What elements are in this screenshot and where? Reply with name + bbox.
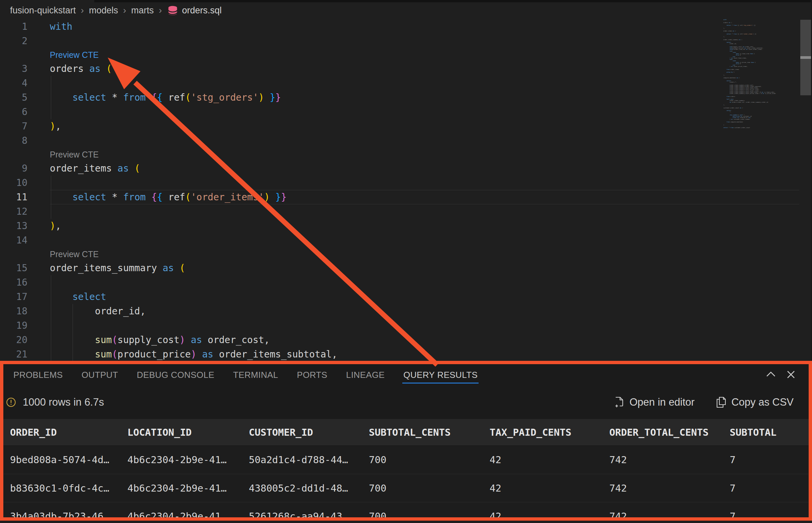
close-panel-button[interactable] xyxy=(785,369,797,380)
breadcrumb: fusion-quickstart › models › marts › ord… xyxy=(0,2,812,18)
code-line-8[interactable]: 8 xyxy=(0,133,812,148)
window-top-edge xyxy=(94,0,812,2)
scrollbar-cursor-marker xyxy=(800,56,811,59)
line-number: 15 xyxy=(0,261,28,275)
tab-problems[interactable]: PROBLEMS xyxy=(13,364,63,385)
column-header-tax_paid_cents[interactable]: TAX_PAID_CENTS xyxy=(490,427,609,438)
tab-debug-console[interactable]: DEBUG CONSOLE xyxy=(137,364,214,385)
table-cell: 7 xyxy=(730,454,809,466)
column-header-customer_id[interactable]: CUSTOMER_ID xyxy=(249,427,369,438)
table-cell: 50a2d1c4-d788-44… xyxy=(249,454,369,466)
code-line-11[interactable]: 11 select * from {{ ref('order_items') }… xyxy=(0,190,812,204)
code-lens-preview-cte[interactable]: Preview CTE xyxy=(0,248,812,261)
results-status-bar: 1000 rows in 6.7s Open in editor xyxy=(3,385,809,419)
code-line-14[interactable]: 14 xyxy=(0,233,812,248)
line-number: 17 xyxy=(0,290,28,304)
code-line-20[interactable]: 20 sum(supply_cost) as order_cost, xyxy=(0,333,812,347)
line-number: 2 xyxy=(0,34,28,48)
close-icon xyxy=(787,370,795,379)
column-header-subtotal_cents[interactable]: SUBTOTAL_CENTS xyxy=(369,427,490,438)
line-number: 10 xyxy=(0,176,28,190)
line-number: 9 xyxy=(0,161,28,176)
tab-query-results[interactable]: QUERY RESULTS xyxy=(403,364,477,385)
line-number: 5 xyxy=(0,90,28,105)
database-icon xyxy=(167,5,178,16)
code-line-3[interactable]: 3orders as ( xyxy=(0,61,812,76)
table-cell: 7 xyxy=(730,483,809,494)
copy-icon xyxy=(716,397,726,408)
code-line-1[interactable]: 1with xyxy=(0,19,812,34)
code-line-21[interactable]: 21 sum(product_price) as order_items_sub… xyxy=(0,347,812,361)
table-cell: 742 xyxy=(609,454,730,466)
code-line-6[interactable]: 6 xyxy=(0,105,812,119)
code-line-17[interactable]: 17 select xyxy=(0,290,812,304)
table-row[interactable]: 9bed808a-5074-4d…4b6c2304-2b9e-41…50a2d1… xyxy=(3,446,809,474)
table-cell: 4b6c2304-2b9e-41… xyxy=(127,483,249,494)
file-plus-icon xyxy=(614,397,624,408)
scrollbar-thumb[interactable] xyxy=(800,20,811,95)
table-cell: b83630c1-0fdc-4c… xyxy=(10,483,127,494)
column-header-subtotal[interactable]: SUBTOTAL xyxy=(730,427,809,438)
copy-as-csv-button[interactable]: Copy as CSV xyxy=(716,396,794,408)
chevron-right-icon: › xyxy=(123,5,126,16)
column-header-order_id[interactable]: ORDER_ID xyxy=(10,427,127,438)
table-cell: 700 xyxy=(369,454,490,466)
code-line-18[interactable]: 18 order_id, xyxy=(0,304,812,318)
code-line-7[interactable]: 7), xyxy=(0,119,812,133)
code-lens-preview-cte[interactable]: Preview CTE xyxy=(0,48,812,61)
maximize-panel-button[interactable] xyxy=(765,369,777,380)
chevron-right-icon: › xyxy=(81,5,84,16)
line-number: 7 xyxy=(0,119,28,133)
open-in-editor-button[interactable]: Open in editor xyxy=(614,396,694,408)
table-row[interactable]: 3b4a03db-7b23-464b6c2304-2b9e-415261268c… xyxy=(3,502,809,521)
line-number: 8 xyxy=(0,133,28,148)
tab-lineage[interactable]: LINEAGE xyxy=(346,364,385,385)
code-line-5[interactable]: 5 select * from {{ ref('stg_orders') }} xyxy=(0,90,812,105)
breadcrumb-file[interactable]: orders.sql xyxy=(182,5,222,16)
table-cell: 42 xyxy=(490,511,609,521)
table-cell: 7 xyxy=(730,511,809,521)
column-header-order_total_cents[interactable]: ORDER_TOTAL_CENTS xyxy=(609,427,730,438)
code-line-10[interactable]: 10 xyxy=(0,176,812,190)
line-number: 18 xyxy=(0,304,28,318)
results-table-body: 9bed808a-5074-4d…4b6c2304-2b9e-41…50a2d1… xyxy=(3,446,809,521)
code-line-9[interactable]: 9order_items as ( xyxy=(0,161,812,176)
line-number: 21 xyxy=(0,347,28,361)
warning-icon xyxy=(6,397,16,407)
line-number: 3 xyxy=(0,61,28,76)
line-number: 12 xyxy=(0,204,28,219)
table-cell: 742 xyxy=(609,483,730,494)
app-window: fusion-quickstart › models › marts › ord… xyxy=(0,0,812,523)
line-number: 19 xyxy=(0,318,28,333)
table-row[interactable]: b83630c1-0fdc-4c…4b6c2304-2b9e-41…438005… xyxy=(3,474,809,502)
tab-output[interactable]: OUTPUT xyxy=(82,364,118,385)
code-line-4[interactable]: 4 xyxy=(0,76,812,90)
line-number: 4 xyxy=(0,76,28,90)
line-number: 13 xyxy=(0,219,28,233)
code-line-13[interactable]: 13), xyxy=(0,219,812,233)
table-cell: 4b6c2304-2b9e-41 xyxy=(127,511,249,521)
query-results-panel: PROBLEMSOUTPUTDEBUG CONSOLETERMINALPORTS… xyxy=(0,361,812,521)
line-number: 20 xyxy=(0,333,28,347)
code-line-2[interactable]: 2 xyxy=(0,34,812,48)
breadcrumb-models[interactable]: models xyxy=(89,5,118,16)
code-editor[interactable]: 1with2Preview CTE3orders as (45 select *… xyxy=(0,19,812,361)
line-number: 16 xyxy=(0,275,28,290)
breadcrumb-project[interactable]: fusion-quickstart xyxy=(10,5,76,16)
code-line-16[interactable]: 16 xyxy=(0,275,812,290)
line-number: 14 xyxy=(0,233,28,248)
table-cell: 3b4a03db-7b23-46 xyxy=(10,511,127,521)
code-line-15[interactable]: 15order_items_summary as ( xyxy=(0,261,812,275)
code-line-12[interactable]: 12 xyxy=(0,204,812,219)
table-cell: 9bed808a-5074-4d… xyxy=(10,454,127,466)
breadcrumb-marts[interactable]: marts xyxy=(131,5,154,16)
code-line-19[interactable]: 19 xyxy=(0,318,812,333)
tab-ports[interactable]: PORTS xyxy=(297,364,327,385)
table-cell: 742 xyxy=(609,511,730,521)
column-header-location_id[interactable]: LOCATION_ID xyxy=(127,427,249,438)
minimap-code: with orders as ( select * from {{ ref('s… xyxy=(723,19,800,128)
code-lens-preview-cte[interactable]: Preview CTE xyxy=(0,148,812,161)
tab-terminal[interactable]: TERMINAL xyxy=(233,364,278,385)
editor-scrollbar[interactable] xyxy=(800,0,811,361)
minimap[interactable]: with orders as ( select * from {{ ref('s… xyxy=(723,19,800,129)
